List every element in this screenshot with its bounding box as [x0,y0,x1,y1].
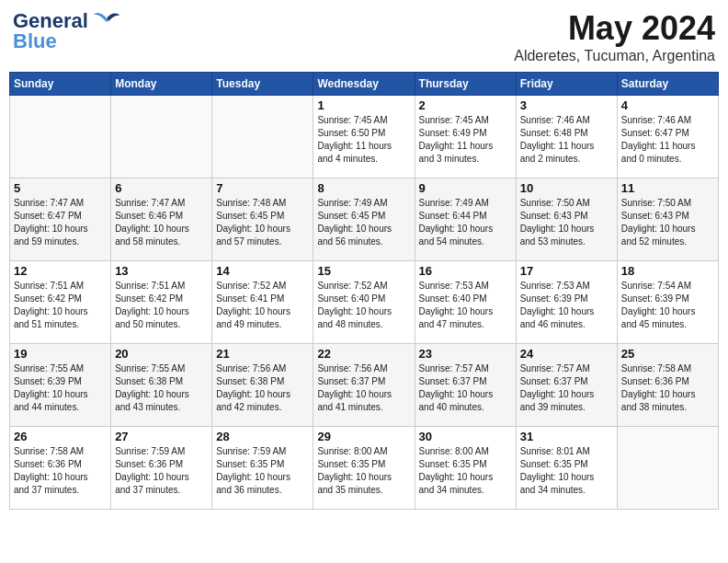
day-number: 7 [216,181,309,195]
day-number: 20 [115,347,208,361]
weekday-header-thursday: Thursday [415,73,516,96]
day-info: Sunrise: 7:50 AM Sunset: 6:43 PM Dayligh… [621,197,714,248]
day-number: 31 [520,430,613,443]
calendar-week-row: 26Sunrise: 7:58 AM Sunset: 6:36 PM Dayli… [10,427,719,510]
day-number: 29 [317,430,410,443]
bird-icon [94,9,119,28]
calendar-cell: 15Sunrise: 7:52 AM Sunset: 6:40 PM Dayli… [313,261,415,344]
calendar-cell: 12Sunrise: 7:51 AM Sunset: 6:42 PM Dayli… [10,261,111,344]
calendar-week-row: 1Sunrise: 7:45 AM Sunset: 6:50 PM Daylig… [10,96,719,178]
day-number: 3 [520,98,613,112]
day-info: Sunrise: 7:48 AM Sunset: 6:45 PM Dayligh… [216,197,309,248]
calendar-cell: 7Sunrise: 7:48 AM Sunset: 6:45 PM Daylig… [212,178,313,261]
day-info: Sunrise: 7:56 AM Sunset: 6:37 PM Dayligh… [317,362,410,414]
calendar-cell: 14Sunrise: 7:52 AM Sunset: 6:41 PM Dayli… [212,261,313,344]
day-number: 22 [317,347,410,361]
logo: General Blue [13,9,119,53]
calendar-cell: 19Sunrise: 7:55 AM Sunset: 6:39 PM Dayli… [10,344,111,427]
day-info: Sunrise: 7:45 AM Sunset: 6:50 PM Dayligh… [317,114,410,166]
day-number: 30 [419,430,512,443]
calendar-table: SundayMondayTuesdayWednesdayThursdayFrid… [9,72,719,510]
calendar-cell: 27Sunrise: 7:59 AM Sunset: 6:36 PM Dayli… [111,427,212,510]
calendar-cell: 26Sunrise: 7:58 AM Sunset: 6:36 PM Dayli… [10,427,111,510]
weekday-header-monday: Monday [111,73,212,96]
calendar-cell: 16Sunrise: 7:53 AM Sunset: 6:40 PM Dayli… [415,261,516,344]
calendar-cell [111,96,212,178]
day-info: Sunrise: 7:45 AM Sunset: 6:49 PM Dayligh… [419,114,512,166]
location-subtitle: Alderetes, Tucuman, Argentina [514,48,715,64]
month-title: May 2024 [514,9,715,48]
calendar-cell: 22Sunrise: 7:56 AM Sunset: 6:37 PM Dayli… [313,344,415,427]
day-info: Sunrise: 7:59 AM Sunset: 6:36 PM Dayligh… [115,445,208,497]
day-info: Sunrise: 8:00 AM Sunset: 6:35 PM Dayligh… [419,445,512,497]
day-number: 17 [520,264,613,278]
weekday-header-wednesday: Wednesday [313,73,415,96]
day-number: 13 [115,264,208,278]
day-info: Sunrise: 7:47 AM Sunset: 6:46 PM Dayligh… [115,197,208,248]
day-info: Sunrise: 7:57 AM Sunset: 6:37 PM Dayligh… [419,362,512,414]
day-number: 9 [419,181,512,195]
weekday-header-sunday: Sunday [10,73,111,96]
day-info: Sunrise: 7:49 AM Sunset: 6:44 PM Dayligh… [419,197,512,248]
day-number: 21 [216,347,309,361]
calendar-week-row: 12Sunrise: 7:51 AM Sunset: 6:42 PM Dayli… [10,261,719,344]
day-number: 2 [419,98,512,112]
calendar-cell [617,427,718,510]
calendar-cell: 28Sunrise: 7:59 AM Sunset: 6:35 PM Dayli… [212,427,313,510]
calendar-cell: 23Sunrise: 7:57 AM Sunset: 6:37 PM Dayli… [415,344,516,427]
calendar-cell: 4Sunrise: 7:46 AM Sunset: 6:47 PM Daylig… [617,96,718,178]
day-number: 16 [419,264,512,278]
page-header: General Blue May 2024 Alderetes, Tucuman… [9,9,719,64]
day-number: 4 [621,98,714,112]
calendar-cell: 11Sunrise: 7:50 AM Sunset: 6:43 PM Dayli… [617,178,718,261]
day-info: Sunrise: 7:53 AM Sunset: 6:40 PM Dayligh… [419,280,512,331]
day-info: Sunrise: 7:46 AM Sunset: 6:48 PM Dayligh… [520,114,613,166]
calendar-cell: 10Sunrise: 7:50 AM Sunset: 6:43 PM Dayli… [516,178,617,261]
day-number: 23 [419,347,512,361]
calendar-cell: 20Sunrise: 7:55 AM Sunset: 6:38 PM Dayli… [111,344,212,427]
calendar-cell: 21Sunrise: 7:56 AM Sunset: 6:38 PM Dayli… [212,344,313,427]
day-info: Sunrise: 7:47 AM Sunset: 6:47 PM Dayligh… [14,197,107,248]
day-number: 6 [115,181,208,195]
day-number: 5 [14,181,107,195]
calendar-cell: 1Sunrise: 7:45 AM Sunset: 6:50 PM Daylig… [313,96,415,178]
calendar-cell: 18Sunrise: 7:54 AM Sunset: 6:39 PM Dayli… [617,261,718,344]
day-number: 8 [317,181,410,195]
weekday-header-saturday: Saturday [617,73,718,96]
day-info: Sunrise: 7:54 AM Sunset: 6:39 PM Dayligh… [621,280,714,331]
day-info: Sunrise: 7:51 AM Sunset: 6:42 PM Dayligh… [14,280,107,331]
day-number: 18 [621,264,714,278]
day-number: 19 [14,347,107,361]
day-info: Sunrise: 7:58 AM Sunset: 6:36 PM Dayligh… [621,362,714,414]
calendar-cell: 25Sunrise: 7:58 AM Sunset: 6:36 PM Dayli… [617,344,718,427]
calendar-cell: 6Sunrise: 7:47 AM Sunset: 6:46 PM Daylig… [111,178,212,261]
day-info: Sunrise: 7:59 AM Sunset: 6:35 PM Dayligh… [216,445,309,497]
day-number: 15 [317,264,410,278]
day-number: 11 [621,181,714,195]
day-number: 12 [14,264,107,278]
day-info: Sunrise: 7:49 AM Sunset: 6:45 PM Dayligh… [317,197,410,248]
day-number: 14 [216,264,309,278]
calendar-cell: 30Sunrise: 8:00 AM Sunset: 6:35 PM Dayli… [415,427,516,510]
day-info: Sunrise: 7:52 AM Sunset: 6:40 PM Dayligh… [317,280,410,331]
day-info: Sunrise: 7:58 AM Sunset: 6:36 PM Dayligh… [14,445,107,497]
weekday-header-tuesday: Tuesday [212,73,313,96]
calendar-cell: 3Sunrise: 7:46 AM Sunset: 6:48 PM Daylig… [516,96,617,178]
day-info: Sunrise: 7:50 AM Sunset: 6:43 PM Dayligh… [520,197,613,248]
day-info: Sunrise: 8:01 AM Sunset: 6:35 PM Dayligh… [520,445,613,497]
day-info: Sunrise: 7:52 AM Sunset: 6:41 PM Dayligh… [216,280,309,331]
calendar-cell: 24Sunrise: 7:57 AM Sunset: 6:37 PM Dayli… [516,344,617,427]
calendar-cell: 2Sunrise: 7:45 AM Sunset: 6:49 PM Daylig… [415,96,516,178]
calendar-cell: 31Sunrise: 8:01 AM Sunset: 6:35 PM Dayli… [516,427,617,510]
calendar-cell [10,96,111,178]
calendar-week-row: 19Sunrise: 7:55 AM Sunset: 6:39 PM Dayli… [10,344,719,427]
calendar-header-row: SundayMondayTuesdayWednesdayThursdayFrid… [10,73,719,96]
calendar-cell: 17Sunrise: 7:53 AM Sunset: 6:39 PM Dayli… [516,261,617,344]
calendar-cell: 8Sunrise: 7:49 AM Sunset: 6:45 PM Daylig… [313,178,415,261]
calendar-cell [212,96,313,178]
day-info: Sunrise: 7:57 AM Sunset: 6:37 PM Dayligh… [520,362,613,414]
calendar-week-row: 5Sunrise: 7:47 AM Sunset: 6:47 PM Daylig… [10,178,719,261]
day-number: 28 [216,430,309,443]
calendar-cell: 29Sunrise: 8:00 AM Sunset: 6:35 PM Dayli… [313,427,415,510]
weekday-header-friday: Friday [516,73,617,96]
